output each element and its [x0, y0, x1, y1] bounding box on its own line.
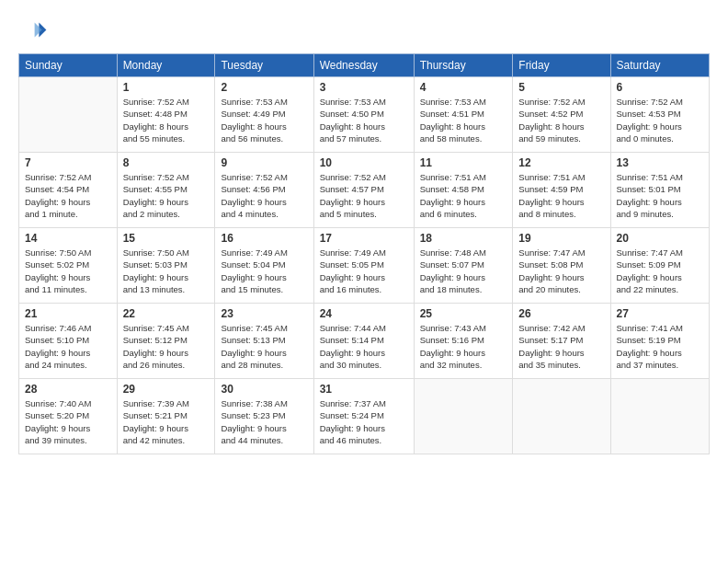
- calendar-cell: 2Sunrise: 7:53 AM Sunset: 4:49 PM Daylig…: [215, 77, 313, 153]
- day-number: 24: [320, 307, 408, 320]
- calendar-cell: 14Sunrise: 7:50 AM Sunset: 5:02 PM Dayli…: [19, 228, 118, 304]
- calendar-cell: 30Sunrise: 7:38 AM Sunset: 5:23 PM Dayli…: [215, 379, 313, 454]
- day-info: Sunrise: 7:47 AM Sunset: 5:09 PM Dayligh…: [617, 247, 703, 295]
- calendar-cell: 25Sunrise: 7:43 AM Sunset: 5:16 PM Dayli…: [414, 304, 513, 379]
- calendar-cell: 20Sunrise: 7:47 AM Sunset: 5:09 PM Dayli…: [610, 228, 709, 304]
- page: SundayMondayTuesdayWednesdayThursdayFrid…: [0, 0, 728, 563]
- calendar-week-row: 14Sunrise: 7:50 AM Sunset: 5:02 PM Dayli…: [19, 228, 710, 304]
- day-info: Sunrise: 7:52 AM Sunset: 4:56 PM Dayligh…: [221, 171, 307, 220]
- weekday-header: Sunday: [19, 54, 118, 77]
- day-info: Sunrise: 7:52 AM Sunset: 4:55 PM Dayligh…: [123, 171, 210, 220]
- day-info: Sunrise: 7:52 AM Sunset: 4:52 PM Dayligh…: [518, 96, 604, 144]
- day-info: Sunrise: 7:49 AM Sunset: 5:05 PM Dayligh…: [320, 247, 408, 295]
- day-number: 28: [25, 383, 111, 396]
- calendar-cell: 13Sunrise: 7:51 AM Sunset: 5:01 PM Dayli…: [610, 153, 709, 228]
- day-number: 20: [617, 232, 703, 245]
- calendar-cell: 6Sunrise: 7:52 AM Sunset: 4:53 PM Daylig…: [610, 77, 709, 153]
- day-number: 17: [320, 232, 408, 245]
- day-info: Sunrise: 7:39 AM Sunset: 5:21 PM Dayligh…: [123, 397, 210, 446]
- calendar-cell: 28Sunrise: 7:40 AM Sunset: 5:20 PM Dayli…: [19, 379, 118, 454]
- day-info: Sunrise: 7:46 AM Sunset: 5:10 PM Dayligh…: [25, 322, 111, 371]
- day-info: Sunrise: 7:52 AM Sunset: 4:57 PM Dayligh…: [320, 171, 408, 220]
- day-info: Sunrise: 7:51 AM Sunset: 4:59 PM Dayligh…: [518, 171, 604, 220]
- calendar-cell: 4Sunrise: 7:53 AM Sunset: 4:51 PM Daylig…: [414, 77, 513, 153]
- day-number: 14: [25, 232, 111, 245]
- calendar-header-row: SundayMondayTuesdayWednesdayThursdayFrid…: [19, 54, 710, 77]
- day-info: Sunrise: 7:53 AM Sunset: 4:51 PM Dayligh…: [420, 96, 507, 144]
- calendar-table: SundayMondayTuesdayWednesdayThursdayFrid…: [18, 53, 710, 454]
- day-number: 26: [518, 307, 604, 320]
- day-number: 6: [617, 81, 703, 94]
- calendar-cell: 7Sunrise: 7:52 AM Sunset: 4:54 PM Daylig…: [19, 153, 118, 228]
- day-number: 22: [123, 307, 210, 320]
- calendar-week-row: 7Sunrise: 7:52 AM Sunset: 4:54 PM Daylig…: [19, 153, 710, 228]
- day-info: Sunrise: 7:40 AM Sunset: 5:20 PM Dayligh…: [25, 397, 111, 446]
- calendar-cell: 26Sunrise: 7:42 AM Sunset: 5:17 PM Dayli…: [513, 304, 610, 379]
- calendar-cell: [414, 379, 513, 454]
- day-number: 4: [420, 81, 507, 94]
- calendar-cell: 10Sunrise: 7:52 AM Sunset: 4:57 PM Dayli…: [313, 153, 414, 228]
- day-info: Sunrise: 7:37 AM Sunset: 5:24 PM Dayligh…: [320, 397, 408, 446]
- day-number: 18: [420, 232, 507, 245]
- calendar-cell: 11Sunrise: 7:51 AM Sunset: 4:58 PM Dayli…: [414, 153, 513, 228]
- day-number: 1: [123, 81, 210, 94]
- weekday-header: Monday: [117, 54, 215, 77]
- calendar-cell: 15Sunrise: 7:50 AM Sunset: 5:03 PM Dayli…: [117, 228, 215, 304]
- day-number: 7: [25, 156, 111, 169]
- day-number: 9: [221, 156, 307, 169]
- day-number: 12: [518, 156, 604, 169]
- weekday-header: Tuesday: [215, 54, 313, 77]
- weekday-header: Saturday: [610, 54, 709, 77]
- day-info: Sunrise: 7:44 AM Sunset: 5:14 PM Dayligh…: [320, 322, 408, 371]
- day-info: Sunrise: 7:53 AM Sunset: 4:49 PM Dayligh…: [221, 96, 307, 144]
- day-number: 23: [221, 307, 307, 320]
- day-info: Sunrise: 7:52 AM Sunset: 4:53 PM Dayligh…: [617, 96, 703, 144]
- day-number: 8: [123, 156, 210, 169]
- calendar-cell: 27Sunrise: 7:41 AM Sunset: 5:19 PM Dayli…: [610, 304, 709, 379]
- calendar-cell: 3Sunrise: 7:53 AM Sunset: 4:50 PM Daylig…: [313, 77, 414, 153]
- day-number: 19: [518, 232, 604, 245]
- calendar-week-row: 1Sunrise: 7:52 AM Sunset: 4:48 PM Daylig…: [19, 77, 710, 153]
- day-number: 29: [123, 383, 210, 396]
- day-info: Sunrise: 7:51 AM Sunset: 5:01 PM Dayligh…: [617, 171, 703, 220]
- day-info: Sunrise: 7:49 AM Sunset: 5:04 PM Dayligh…: [221, 247, 307, 295]
- day-info: Sunrise: 7:43 AM Sunset: 5:16 PM Dayligh…: [420, 322, 507, 371]
- calendar-cell: 8Sunrise: 7:52 AM Sunset: 4:55 PM Daylig…: [117, 153, 215, 228]
- calendar-cell: 17Sunrise: 7:49 AM Sunset: 5:05 PM Dayli…: [313, 228, 414, 304]
- day-info: Sunrise: 7:48 AM Sunset: 5:07 PM Dayligh…: [420, 247, 507, 295]
- day-number: 13: [617, 156, 703, 169]
- calendar-cell: [19, 77, 118, 153]
- day-info: Sunrise: 7:52 AM Sunset: 4:54 PM Dayligh…: [25, 171, 111, 220]
- day-number: 21: [25, 307, 111, 320]
- day-number: 31: [320, 383, 408, 396]
- logo: [18, 17, 51, 46]
- day-number: 25: [420, 307, 507, 320]
- day-info: Sunrise: 7:52 AM Sunset: 4:48 PM Dayligh…: [123, 96, 210, 144]
- day-number: 16: [221, 232, 307, 245]
- calendar-cell: 12Sunrise: 7:51 AM Sunset: 4:59 PM Dayli…: [513, 153, 610, 228]
- header: [18, 17, 710, 46]
- calendar-cell: 21Sunrise: 7:46 AM Sunset: 5:10 PM Dayli…: [19, 304, 118, 379]
- day-number: 5: [518, 81, 604, 94]
- calendar-week-row: 21Sunrise: 7:46 AM Sunset: 5:10 PM Dayli…: [19, 304, 710, 379]
- calendar-cell: [513, 379, 610, 454]
- calendar-week-row: 28Sunrise: 7:40 AM Sunset: 5:20 PM Dayli…: [19, 379, 710, 454]
- calendar-cell: 29Sunrise: 7:39 AM Sunset: 5:21 PM Dayli…: [117, 379, 215, 454]
- day-number: 10: [320, 156, 408, 169]
- day-info: Sunrise: 7:50 AM Sunset: 5:03 PM Dayligh…: [123, 247, 210, 295]
- day-info: Sunrise: 7:41 AM Sunset: 5:19 PM Dayligh…: [617, 322, 703, 371]
- day-info: Sunrise: 7:50 AM Sunset: 5:02 PM Dayligh…: [25, 247, 111, 295]
- weekday-header: Thursday: [414, 54, 513, 77]
- logo-icon: [18, 17, 48, 46]
- day-number: 30: [221, 383, 307, 396]
- calendar-cell: 19Sunrise: 7:47 AM Sunset: 5:08 PM Dayli…: [513, 228, 610, 304]
- calendar-cell: 16Sunrise: 7:49 AM Sunset: 5:04 PM Dayli…: [215, 228, 313, 304]
- day-number: 2: [221, 81, 307, 94]
- calendar-cell: 22Sunrise: 7:45 AM Sunset: 5:12 PM Dayli…: [117, 304, 215, 379]
- calendar-cell: 18Sunrise: 7:48 AM Sunset: 5:07 PM Dayli…: [414, 228, 513, 304]
- calendar-cell: 1Sunrise: 7:52 AM Sunset: 4:48 PM Daylig…: [117, 77, 215, 153]
- day-info: Sunrise: 7:42 AM Sunset: 5:17 PM Dayligh…: [518, 322, 604, 371]
- day-info: Sunrise: 7:38 AM Sunset: 5:23 PM Dayligh…: [221, 397, 307, 446]
- calendar-cell: 24Sunrise: 7:44 AM Sunset: 5:14 PM Dayli…: [313, 304, 414, 379]
- day-number: 3: [320, 81, 408, 94]
